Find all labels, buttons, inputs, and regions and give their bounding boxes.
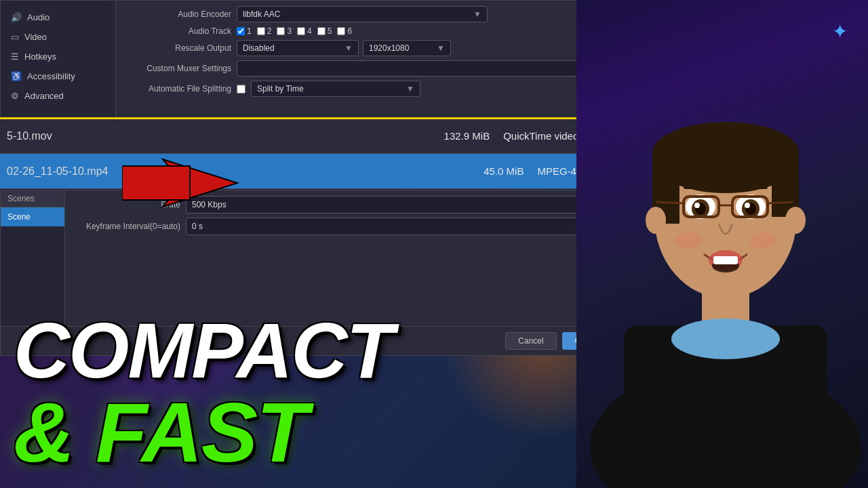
file-1-name: 5-10.mov xyxy=(7,130,52,142)
svg-point-5 xyxy=(671,319,780,359)
audio-encoder-row: Audio Encoder libfdk AAC ▼ xyxy=(126,6,599,22)
custom-muxer-label: Custom Muxer Settings xyxy=(126,64,231,73)
obs-settings-panel: 🔊 Audio ▭ Video ☰ Hotkeys ♿ Accessibilit… xyxy=(0,0,610,119)
track-2-label[interactable]: 2 xyxy=(257,26,272,36)
custom-muxer-row: Custom Muxer Settings xyxy=(126,60,599,77)
big-text-container: COMPACT & FAST xyxy=(0,305,597,488)
svg-point-31 xyxy=(675,232,702,249)
track-1-checkbox[interactable] xyxy=(237,27,245,35)
track-5-checkbox[interactable] xyxy=(317,27,326,35)
scene-item-1-label: Scene xyxy=(7,212,31,222)
advanced-icon: ⚙ xyxy=(11,91,19,101)
keyframe-label: Keyframe Interval(0=auto) xyxy=(75,222,180,231)
track-4-checkbox[interactable] xyxy=(297,27,305,35)
track-5-label[interactable]: 5 xyxy=(317,26,332,36)
audio-encoder-dropdown[interactable]: libfdk AAC ▼ xyxy=(237,6,488,22)
sidebar-item-hotkeys[interactable]: ☰ Hotkeys xyxy=(1,47,115,66)
svg-marker-1 xyxy=(122,166,190,200)
rescale-resolution-value: 1920x1080 xyxy=(369,43,409,53)
svg-point-18 xyxy=(694,203,700,208)
auto-split-row: Automatic File Splitting Split by Time ▼ xyxy=(126,81,599,97)
sidebar-item-video-label: Video xyxy=(24,32,47,42)
rescale-dropdowns: Disabled ▼ 1920x1080 ▼ xyxy=(237,40,599,56)
file-2-size: 45.0 MiB xyxy=(484,165,524,177)
yellow-border-separator xyxy=(0,117,610,119)
svg-point-22 xyxy=(745,203,750,208)
auto-split-arrow: ▼ xyxy=(406,84,414,94)
svg-line-27 xyxy=(768,202,793,203)
scenes-header: Scenes xyxy=(1,190,64,207)
keyframe-input[interactable] xyxy=(186,220,587,233)
svg-rect-30 xyxy=(713,256,738,264)
sidebar-item-advanced[interactable]: ⚙ Advanced xyxy=(1,86,115,106)
rescale-output-row: Rescale Output Disabled ▼ 1920x1080 ▼ xyxy=(126,40,599,56)
track-6-label[interactable]: 6 xyxy=(337,26,352,36)
red-arrow-container xyxy=(122,149,258,217)
file-row-2[interactable]: 02-26_11-05-10.mp4 45.0 MiB MPEG-4 video xyxy=(0,154,610,189)
svg-point-32 xyxy=(749,232,776,249)
auto-split-dropdown[interactable]: Split by Time ▼ xyxy=(251,81,420,97)
audio-track-label: Audio Track xyxy=(126,26,231,36)
obs-sidebar: 🔊 Audio ▭ Video ☰ Hotkeys ♿ Accessibilit… xyxy=(1,1,116,118)
audio-icon: 🔊 xyxy=(11,12,22,22)
sidebar-item-video[interactable]: ▭ Video xyxy=(1,27,115,47)
sidebar-item-audio[interactable]: 🔊 Audio xyxy=(1,7,115,27)
scene-item-1[interactable]: Scene xyxy=(1,207,64,226)
rescale-resolution-dropdown[interactable]: 1920x1080 ▼ xyxy=(363,40,451,56)
sidebar-item-advanced-label: Advanced xyxy=(24,91,64,101)
sidebar-item-accessibility-label: Accessibility xyxy=(27,71,75,81)
red-arrow-svg xyxy=(122,149,258,217)
rescale-output-arrow: ▼ xyxy=(344,43,353,53)
track-6-checkbox[interactable] xyxy=(337,27,345,35)
auto-split-value: Split by Time xyxy=(257,84,304,94)
auto-split-label: Automatic File Splitting xyxy=(126,84,231,94)
svg-point-10 xyxy=(652,122,799,183)
rescale-output-dropdown[interactable]: Disabled ▼ xyxy=(237,40,359,56)
big-text-compact: COMPACT xyxy=(14,312,583,390)
audio-encoder-arrow: ▼ xyxy=(473,9,481,19)
auto-split-checkbox[interactable] xyxy=(237,85,245,94)
rescale-output-label: Rescale Output xyxy=(126,43,231,53)
big-text-fast: & FAST xyxy=(14,390,583,474)
track-2-checkbox[interactable] xyxy=(257,27,265,35)
track-1-label[interactable]: 1 xyxy=(237,26,252,36)
svg-point-12 xyxy=(785,207,806,234)
accessibility-icon: ♿ xyxy=(11,71,22,81)
file-1-size: 132.9 MiB xyxy=(444,130,490,142)
svg-rect-13 xyxy=(684,184,717,189)
video-icon: ▭ xyxy=(11,32,19,42)
keyframe-input-container: ▲ ▼ xyxy=(186,218,599,235)
person-area: ✦ xyxy=(576,0,868,488)
sidebar-item-hotkeys-label: Hotkeys xyxy=(24,52,56,62)
hotkeys-icon: ☰ xyxy=(11,52,19,62)
rescale-resolution-arrow: ▼ xyxy=(437,43,445,53)
audio-encoder-label: Audio Encoder xyxy=(126,9,231,19)
file-2-name: 02-26_11-05-10.mp4 xyxy=(7,165,108,178)
sidebar-item-audio-label: Audio xyxy=(27,12,50,22)
file-manager: 5-10.mov 132.9 MiB QuickTime video 02 02… xyxy=(0,119,610,189)
obs-settings-content: Audio Encoder libfdk AAC ▼ Audio Track 1… xyxy=(116,1,610,118)
svg-line-26 xyxy=(656,202,684,203)
star-icon: ✦ xyxy=(832,20,848,43)
file-row-1[interactable]: 5-10.mov 132.9 MiB QuickTime video 02 xyxy=(0,119,610,154)
svg-rect-14 xyxy=(734,184,768,189)
audio-track-checkboxes: 1 2 3 4 5 6 xyxy=(237,26,352,36)
track-4-label[interactable]: 4 xyxy=(297,26,312,36)
sidebar-item-accessibility[interactable]: ♿ Accessibility xyxy=(1,66,115,86)
custom-muxer-input[interactable] xyxy=(237,60,599,77)
keyframe-row: Keyframe Interval(0=auto) ▲ ▼ xyxy=(75,218,599,235)
file-1-type: QuickTime video xyxy=(503,130,578,142)
track-3-checkbox[interactable] xyxy=(277,27,285,35)
svg-point-11 xyxy=(646,207,666,234)
track-3-label[interactable]: 3 xyxy=(277,26,292,36)
person-illustration xyxy=(583,27,868,488)
audio-encoder-value: libfdk AAC xyxy=(243,9,280,19)
rescale-output-value: Disabled xyxy=(243,43,275,53)
audio-track-row: Audio Track 1 2 3 4 5 6 xyxy=(126,26,599,36)
